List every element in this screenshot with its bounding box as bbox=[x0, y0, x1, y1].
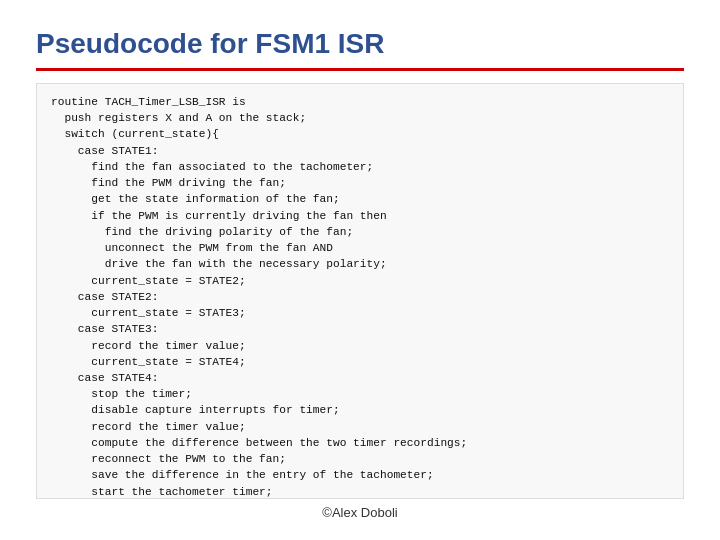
slide: Pseudocode for FSM1 ISR routine TACH_Tim… bbox=[0, 0, 720, 540]
code-line: if the PWM is currently driving the fan … bbox=[51, 208, 669, 224]
title-underline bbox=[36, 68, 684, 71]
code-line: find the PWM driving the fan; bbox=[51, 175, 669, 191]
code-line: case STATE3: bbox=[51, 321, 669, 337]
slide-title: Pseudocode for FSM1 ISR bbox=[36, 28, 684, 60]
code-line: stop the timer; bbox=[51, 386, 669, 402]
code-line: switch (current_state){ bbox=[51, 126, 669, 142]
code-line: start the tachometer timer; bbox=[51, 484, 669, 499]
code-line: reconnect the PWM to the fan; bbox=[51, 451, 669, 467]
code-line: case STATE2: bbox=[51, 289, 669, 305]
code-line: find the driving polarity of the fan; bbox=[51, 224, 669, 240]
code-line: record the timer value; bbox=[51, 419, 669, 435]
code-line: current_state = STATE2; bbox=[51, 273, 669, 289]
code-block: routine TACH_Timer_LSB_ISR is push regis… bbox=[36, 83, 684, 499]
code-line: current_state = STATE4; bbox=[51, 354, 669, 370]
code-line: record the timer value; bbox=[51, 338, 669, 354]
code-line: save the difference in the entry of the … bbox=[51, 467, 669, 483]
code-line: compute the difference between the two t… bbox=[51, 435, 669, 451]
code-line: push registers X and A on the stack; bbox=[51, 110, 669, 126]
code-line: find the fan associated to the tachomete… bbox=[51, 159, 669, 175]
code-line: routine TACH_Timer_LSB_ISR is bbox=[51, 94, 669, 110]
code-line: get the state information of the fan; bbox=[51, 191, 669, 207]
code-line: disable capture interrupts for timer; bbox=[51, 402, 669, 418]
code-line: case STATE1: bbox=[51, 143, 669, 159]
footer-credit: ©Alex Doboli bbox=[36, 505, 684, 520]
code-line: case STATE4: bbox=[51, 370, 669, 386]
code-line: drive the fan with the necessary polarit… bbox=[51, 256, 669, 272]
code-line: current_state = STATE3; bbox=[51, 305, 669, 321]
code-line: unconnect the PWM from the fan AND bbox=[51, 240, 669, 256]
